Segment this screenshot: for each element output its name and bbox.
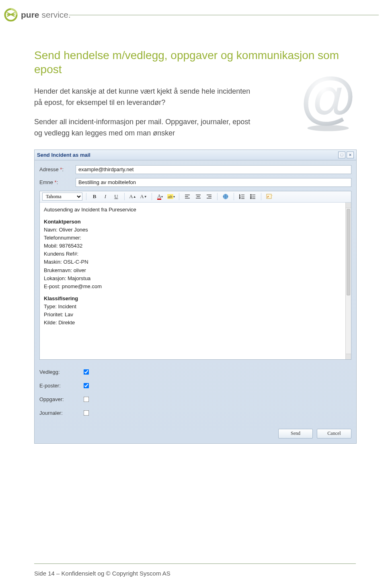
body-heading-classification: Klassifisering <box>44 295 347 303</box>
toolbar-separator <box>261 193 261 200</box>
underline-button[interactable]: U <box>112 193 121 201</box>
button-row: Send Cancel <box>35 420 356 443</box>
body-heading-contact: Kontaktperson <box>44 218 347 226</box>
brand-logo-icon <box>4 8 18 22</box>
subject-input[interactable] <box>76 178 351 187</box>
body-line: Kilde: Direkte <box>44 320 75 326</box>
check-rows: Vedlegg: E-poster: Oppgaver: Journaler: <box>35 360 356 420</box>
emails-row: E-poster: <box>39 379 351 393</box>
highlight-button[interactable]: ab▾ <box>166 193 175 201</box>
body-line: Lokasjon: Majorstua <box>44 275 90 281</box>
body-line: Kundens Ref#: <box>44 251 78 257</box>
brand-logo: pure service. <box>4 8 71 22</box>
tasks-row: Oppgaver: <box>39 393 351 406</box>
body-line: Maskin: OSL-C-PN <box>44 259 88 265</box>
body-line: Navn: Oliver Jones <box>44 227 88 233</box>
header-divider <box>69 15 379 15</box>
maximize-icon[interactable]: □ <box>338 152 345 158</box>
subject-label: Emne *: <box>39 179 76 185</box>
toolbar-separator <box>124 193 125 200</box>
colon: : <box>57 179 58 185</box>
rich-text-editor: Tahoma B I U A▲ A▼ A▾ ab▾ <box>39 191 351 360</box>
emails-checkbox[interactable] <box>84 383 89 389</box>
address-label-text: Adresse <box>39 166 59 172</box>
attachments-row: Vedlegg: <box>39 365 351 379</box>
edit-html-button[interactable] <box>265 193 274 201</box>
at-symbol-graphic: @ <box>298 72 358 133</box>
tasks-checkbox[interactable] <box>84 397 89 402</box>
paragraph-1: Hender det kanskje at det kunne vært kje… <box>34 86 259 109</box>
body-line: Prioritet: Lav <box>44 311 73 318</box>
close-icon[interactable]: × <box>347 152 354 158</box>
svg-point-26 <box>250 198 251 199</box>
attachments-checkbox[interactable] <box>84 369 89 375</box>
toolbar-separator <box>86 193 86 200</box>
send-button[interactable]: Send <box>278 429 313 438</box>
scroll-thumb[interactable] <box>347 209 350 296</box>
brand-text-2: service. <box>42 10 71 20</box>
attachments-label: Vedlegg: <box>39 369 84 375</box>
window-titlebar: Send Incident as mail □ × <box>35 150 356 160</box>
editor-toolbar: Tahoma B I U A▲ A▼ A▾ ab▾ <box>40 191 351 203</box>
increase-font-button[interactable]: A▲ <box>128 193 137 201</box>
align-left-button[interactable] <box>183 193 192 201</box>
brand-text: pure service. <box>21 10 71 20</box>
body-intro: Autosending av Incident fra Pureservice <box>44 207 136 213</box>
editor-content[interactable]: Autosending av Incident fra Pureservice … <box>40 203 351 330</box>
body-line: Telefonnummer: <box>44 235 81 241</box>
paragraph-2: Sender all incident-informasjon per mail… <box>34 117 259 139</box>
journals-checkbox[interactable] <box>84 410 89 416</box>
address-row: Adresse *: <box>39 165 351 174</box>
toolbar-separator <box>234 193 234 200</box>
cancel-button[interactable]: Cancel <box>317 429 351 438</box>
subject-label-text: Emne <box>39 179 53 185</box>
align-right-button[interactable] <box>205 193 214 201</box>
svg-text:@: @ <box>300 72 355 129</box>
subject-row: Emne *: <box>39 178 351 187</box>
font-color-button[interactable]: A▾ <box>156 193 164 201</box>
colon: : <box>62 166 64 172</box>
toolbar-separator <box>217 193 218 200</box>
document-header: pure service. <box>0 8 386 24</box>
footer-divider <box>34 563 356 564</box>
body-line: E-post: pnome@me.com <box>44 283 102 289</box>
ordered-list-button[interactable]: 123 <box>238 193 246 201</box>
align-center-button[interactable] <box>194 193 203 201</box>
form-area: Adresse *: Emne *: Tahoma B I U <box>35 160 356 360</box>
svg-text:3: 3 <box>239 198 240 199</box>
italic-button[interactable]: I <box>101 193 110 201</box>
toolbar-separator <box>152 193 152 200</box>
footer-text: Side 14 – Konfidensielt og © Copyright S… <box>34 570 170 577</box>
font-family-select[interactable]: Tahoma <box>42 193 82 201</box>
editor-body[interactable]: Autosending av Incident fra Pureservice … <box>40 203 351 359</box>
svg-point-22 <box>250 195 251 195</box>
journals-label: Journaler: <box>39 410 84 416</box>
body-line: Mobil: 98765432 <box>44 243 82 249</box>
editor-scrollbar[interactable] <box>345 203 351 359</box>
window-title: Send Incident as mail <box>37 152 337 158</box>
svg-rect-28 <box>267 194 271 199</box>
insert-link-button[interactable] <box>221 193 230 201</box>
bold-button[interactable]: B <box>90 193 99 201</box>
tasks-label: Oppgaver: <box>39 396 84 402</box>
scroll-track <box>346 296 351 353</box>
emails-label: E-poster: <box>39 383 84 389</box>
address-input[interactable] <box>76 165 351 174</box>
scroll-down-icon[interactable] <box>346 354 351 359</box>
journals-row: Journaler: <box>39 406 351 420</box>
send-incident-window: Send Incident as mail □ × Adresse *: Emn… <box>34 150 357 444</box>
document-body: Send hendelse m/vedlegg, oppgaver og kom… <box>34 48 356 444</box>
body-line: Brukernavn: oliver <box>44 267 86 273</box>
unordered-list-button[interactable] <box>248 193 257 201</box>
brand-text-1: pure <box>21 10 39 20</box>
body-line: Type: Incident <box>44 303 76 309</box>
address-label: Adresse *: <box>39 166 76 172</box>
toolbar-separator <box>179 193 179 200</box>
svg-point-24 <box>250 197 251 197</box>
decrease-font-button[interactable]: A▼ <box>139 193 148 201</box>
scroll-up-icon[interactable] <box>346 203 351 208</box>
